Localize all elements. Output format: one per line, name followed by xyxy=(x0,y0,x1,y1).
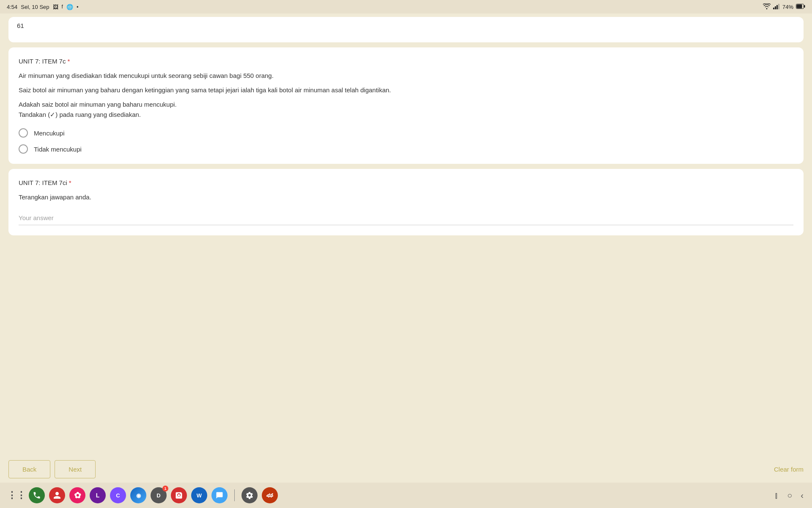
battery-text: 74% xyxy=(782,4,793,10)
android-taskbar: ⋮⋮ ✿ L C ◉ D 1 W xyxy=(0,483,812,508)
app-icon-contacts[interactable] xyxy=(49,487,65,503)
radio-option-mencukupi[interactable]: Mencukupi xyxy=(19,128,793,138)
card-body-2: Saiz botol air minuman yang baharu denga… xyxy=(19,85,793,95)
app-icon-flower[interactable]: ✿ xyxy=(69,487,85,503)
nav-recents-icon[interactable]: ⫿ xyxy=(774,491,779,500)
svg-rect-6 xyxy=(797,4,802,8)
svg-rect-3 xyxy=(778,4,779,9)
svg-rect-0 xyxy=(773,8,774,9)
partial-card-text: 61 xyxy=(17,22,24,29)
nav-home-icon[interactable]: ○ xyxy=(787,491,792,500)
app-icon-word[interactable]: W xyxy=(191,487,207,503)
taskbar-nav-icons: ⫿ ○ ‹ xyxy=(774,491,804,500)
radio-circle-tidak[interactable] xyxy=(19,144,28,154)
taskbar-divider xyxy=(234,489,235,501)
svg-rect-2 xyxy=(776,5,778,9)
radio-group-7c: Mencukupi Tidak mencukupi xyxy=(19,128,793,154)
required-star-7ci: * xyxy=(69,179,71,186)
app-icon-deco[interactable]: D 1 xyxy=(151,487,167,503)
svg-rect-1 xyxy=(775,6,776,9)
bottom-nav: Back Next Clear form xyxy=(0,456,812,483)
app-icons: ⋮⋮ ✿ L C ◉ D 1 W xyxy=(8,487,278,503)
badge-count: 1 xyxy=(162,486,168,491)
status-bar: 4:54 Sel, 10 Sep 🖼 f 🌐 • 74% xyxy=(0,0,812,14)
wifi-icon xyxy=(763,3,771,11)
card-question: Adakah saiz botol air minuman yang bahar… xyxy=(19,99,793,120)
app-icon-racing[interactable]: 🏎 xyxy=(262,487,278,503)
next-button[interactable]: Next xyxy=(55,460,96,478)
gallery-icon: 🖼 xyxy=(53,4,58,10)
notification-dot: • xyxy=(77,4,79,10)
signal-icon xyxy=(773,3,780,11)
app-icon-grid[interactable]: ⋮⋮ xyxy=(8,487,25,503)
clear-form-button[interactable]: Clear form xyxy=(774,466,804,473)
card-body-1: Air minuman yang disediakan tidak mencuk… xyxy=(19,71,793,81)
nav-back-icon[interactable]: ‹ xyxy=(801,491,804,500)
chrome-icon: 🌐 xyxy=(66,4,73,10)
scroll-area: 61 UNIT 7: ITEM 7c * Air minuman yang di… xyxy=(0,14,812,456)
battery-icon xyxy=(796,4,805,10)
app-icon-settings[interactable] xyxy=(241,487,258,503)
answer-input[interactable] xyxy=(19,211,793,225)
status-bar-left: 4:54 Sel, 10 Sep 🖼 f 🌐 • xyxy=(7,4,78,10)
app-icon-loklok[interactable]: L xyxy=(90,487,106,503)
partial-card: 61 xyxy=(8,17,804,42)
app-icon-canva[interactable]: C xyxy=(110,487,126,503)
app-icon-messenger[interactable] xyxy=(211,487,228,503)
card-item-7ci: UNIT 7: ITEM 7ci * Terangkan jawapan and… xyxy=(8,169,804,235)
radio-circle-mencukupi[interactable] xyxy=(19,128,28,138)
radio-label-tidak: Tidak mencukupi xyxy=(34,146,82,153)
date: Sel, 10 Sep xyxy=(21,4,49,10)
status-bar-right: 74% xyxy=(763,3,805,11)
card-7ci-body: Terangkan jawapan anda. xyxy=(19,192,793,202)
app-icon-camera[interactable] xyxy=(171,487,187,503)
card-item-7c: UNIT 7: ITEM 7c * Air minuman yang dised… xyxy=(8,47,804,164)
radio-label-mencukupi: Mencukupi xyxy=(34,130,65,137)
card-title-7ci: UNIT 7: ITEM 7ci * xyxy=(19,179,793,186)
app-icon-outlook[interactable]: ◉ xyxy=(130,487,146,503)
required-star-7c: * xyxy=(67,58,70,65)
back-button[interactable]: Back xyxy=(8,460,50,478)
card-title-7c: UNIT 7: ITEM 7c * xyxy=(19,58,793,65)
facebook-icon: f xyxy=(62,4,63,10)
svg-rect-5 xyxy=(804,5,805,8)
radio-option-tidak[interactable]: Tidak mencukupi xyxy=(19,144,793,154)
time: 4:54 xyxy=(7,4,17,10)
app-icon-phone[interactable] xyxy=(29,487,45,503)
